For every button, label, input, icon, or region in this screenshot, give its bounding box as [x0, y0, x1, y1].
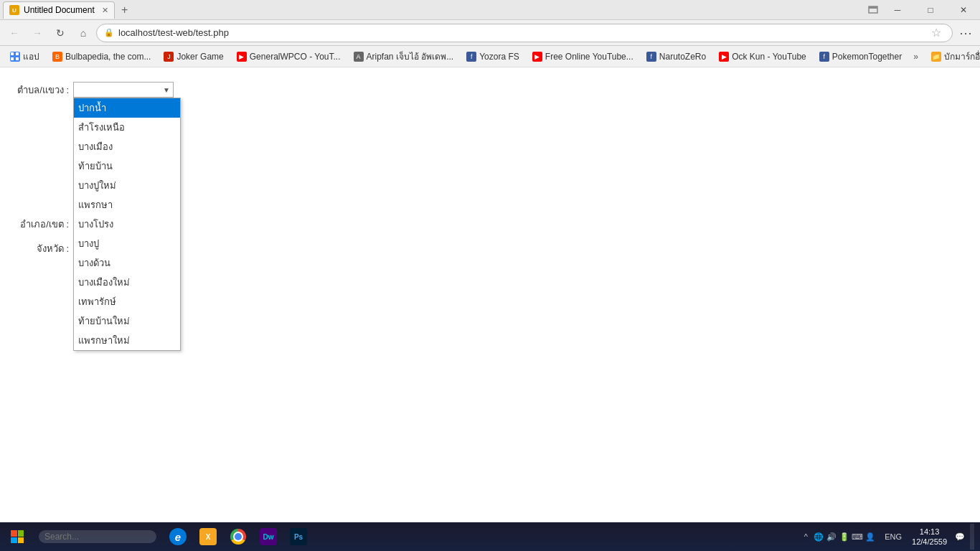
bookmark-pokemon[interactable]: f PokemonTogether	[814, 48, 908, 65]
dropdown-item-thaiban-mai[interactable]: ท้ายบ้านใหม่	[74, 311, 180, 331]
dropdown-item-bangpu[interactable]: บางปู	[74, 234, 180, 253]
tambon-label: ตำบล/แขวง :	[11, 83, 69, 98]
tab-close-button[interactable]: ✕	[102, 6, 108, 15]
generalwpco-icon: ▶	[237, 52, 247, 62]
close-button[interactable]: ✕	[947, 0, 980, 20]
dropdown-item-thaiban[interactable]: ท้ายบ้าน	[74, 156, 180, 176]
action-center-icon[interactable]: 💬	[954, 531, 966, 542]
title-bar: U Untitled Document ✕ + ─ □ ✕	[0, 0, 980, 20]
tab-favicon: U	[9, 5, 19, 15]
bookmark-freeonline[interactable]: ▶ Free Online YouTube...	[527, 48, 639, 65]
xampp-icon: X	[199, 528, 217, 545]
minimize-button[interactable]: ─	[881, 0, 914, 20]
bookmark-naruto-label: NarutoZeRo	[659, 52, 706, 62]
bookmark-joker[interactable]: J Joker Game	[158, 48, 229, 65]
bookmark-yozora-label: Yozora FS	[479, 52, 519, 62]
tambon-row: ตำบล/แขวง : ▼ ปากน้ำ สำโรงเหนือ บางเมือง…	[11, 82, 969, 98]
back-button[interactable]: ←	[4, 23, 24, 43]
bookmark-star-button[interactable]: ☆	[928, 24, 945, 42]
taskbar-search[interactable]	[33, 524, 162, 550]
tab-title: Untitled Document	[24, 5, 95, 15]
start-button[interactable]	[3, 524, 32, 550]
dropdown-item-samrong[interactable]: สำโรงเหนือ	[74, 118, 180, 137]
tray-people-icon[interactable]: 👤	[864, 531, 876, 542]
dropdown-item-phaekha-mai[interactable]: แพรกษาใหม่	[74, 331, 180, 350]
dropdown-item-theparak[interactable]: เทพารักษ์	[74, 292, 180, 311]
windows-icon	[11, 530, 24, 543]
tray-speaker-icon[interactable]: 🔊	[826, 531, 837, 542]
bookmark-yozora[interactable]: f Yozora FS	[461, 48, 525, 65]
forward-button[interactable]: →	[27, 23, 47, 43]
province-label: จังหวัด :	[11, 241, 69, 256]
taskbar-edge[interactable]: e	[164, 524, 192, 550]
browser-tab[interactable]: U Untitled Document ✕	[3, 1, 115, 19]
taskbar-xampp[interactable]: X	[194, 524, 222, 550]
tray-up-arrow[interactable]: ^	[800, 531, 811, 542]
bookmarks-bar: แอป B Bulbapedia, the com... J Joker Gam…	[0, 46, 980, 67]
window-icon	[868, 4, 880, 15]
chrome-icon	[230, 528, 247, 545]
page-content: ตำบล/แขวง : ▼ ปากน้ำ สำโรงเหนือ บางเมือง…	[0, 67, 980, 522]
bookmarks-more-button[interactable]: »	[909, 50, 923, 63]
dreamweaver-icon: Dw	[260, 528, 277, 545]
refresh-button[interactable]: ↻	[50, 23, 70, 43]
taskbar-dreamweaver[interactable]: Dw	[254, 524, 283, 550]
bookmark-freeonline-label: Free Online YouTube...	[545, 52, 633, 62]
dropdown-item-bangduan[interactable]: บางด้วน	[74, 253, 180, 273]
naruto-icon: f	[646, 52, 656, 62]
bookmark-generalwpco[interactable]: ▶ GeneralWPCO - YouT...	[231, 48, 347, 65]
bookmark-aripfan[interactable]: A Aripfan เจ็บไอ้ อัพเดพ...	[348, 48, 460, 65]
new-tab-button[interactable]: +	[118, 3, 132, 17]
show-desktop-button[interactable]	[970, 524, 974, 550]
system-clock[interactable]: 14:13 12/4/2559	[908, 527, 951, 547]
tray-battery-icon[interactable]: 🔋	[839, 531, 850, 542]
dropdown-item-paknam[interactable]: ปากน้ำ	[74, 98, 180, 118]
bookmark-ockkun[interactable]: ▶ Ock Kun - YouTube	[713, 48, 812, 65]
clock-date: 12/4/2559	[912, 537, 947, 547]
dropdown-item-bangphrong[interactable]: บางโปรง	[74, 215, 180, 234]
dropdown-item-bangpumai[interactable]: บางปูใหม่	[74, 176, 180, 195]
clock-time: 14:13	[920, 527, 940, 537]
bookmark-pokemon-label: PokemonTogether	[832, 52, 902, 62]
maximize-button[interactable]: □	[914, 0, 947, 20]
bookmark-bulbapedia-label: Bulbapedia, the com...	[65, 52, 151, 62]
bookmark-naruto[interactable]: f NarutoZeRo	[641, 48, 712, 65]
apps-icon	[10, 52, 20, 62]
start-square-1	[11, 530, 17, 537]
freeonline-icon: ▶	[532, 52, 542, 62]
dropdown-item-bangmueang[interactable]: บางเมือง	[74, 137, 180, 156]
taskbar-photoshop[interactable]: Ps	[284, 524, 313, 550]
edge-icon: e	[169, 528, 187, 545]
tray-keyboard-icon[interactable]: ⌨	[852, 531, 863, 542]
start-square-2	[18, 530, 24, 537]
home-button[interactable]: ⌂	[73, 23, 93, 43]
taskbar-chrome[interactable]	[224, 524, 253, 550]
address-bar[interactable]: 🔒 ☆	[96, 24, 953, 42]
yozora-icon: f	[466, 52, 476, 62]
taskbar-search-input[interactable]	[39, 530, 156, 543]
settings-button[interactable]: ⋯	[956, 23, 976, 43]
system-tray: ^ 🌐 🔊 🔋 ⌨ 👤	[797, 531, 879, 542]
bulbapedia-icon: B	[52, 52, 62, 62]
taskbar-right: ^ 🌐 🔊 🔋 ⌨ 👤 ENG 14:13 12/4/2559 💬	[797, 524, 977, 550]
photoshop-icon: Ps	[290, 528, 307, 545]
bookmark-bulbapedia[interactable]: B Bulbapedia, the com...	[47, 48, 156, 65]
taskbar: e X Dw Ps ^ 🌐 🔊 🔋 ⌨ 👤 ENG 14:13 12/4/255…	[0, 522, 980, 551]
language-indicator[interactable]: ENG	[882, 532, 905, 541]
svg-rect-1	[869, 6, 877, 9]
tray-network-icon[interactable]: 🌐	[813, 531, 824, 542]
tambon-select[interactable]: ▼	[73, 82, 174, 98]
dropdown-item-bangmueangmai[interactable]: บางเมืองใหม่	[74, 273, 180, 292]
amphoe-label: อำเภอ/เขต :	[11, 217, 69, 232]
bookmark-folder[interactable]: 📁 บักมาร์กอื่น	[925, 48, 980, 65]
bookmark-joker-label: Joker Game	[176, 52, 223, 62]
dropdown-item-phaekha[interactable]: แพรกษา	[74, 195, 180, 215]
security-icon: 🔒	[104, 28, 114, 37]
tambon-dropdown-arrow: ▼	[163, 86, 170, 94]
aripfan-icon: A	[354, 52, 364, 62]
bookmark-ockkun-label: Ock Kun - YouTube	[732, 52, 806, 62]
bookmark-apps-label: แอป	[23, 50, 39, 63]
title-bar-left: U Untitled Document ✕ +	[3, 1, 881, 19]
bookmark-apps[interactable]: แอป	[4, 48, 45, 65]
address-input[interactable]	[118, 27, 923, 38]
